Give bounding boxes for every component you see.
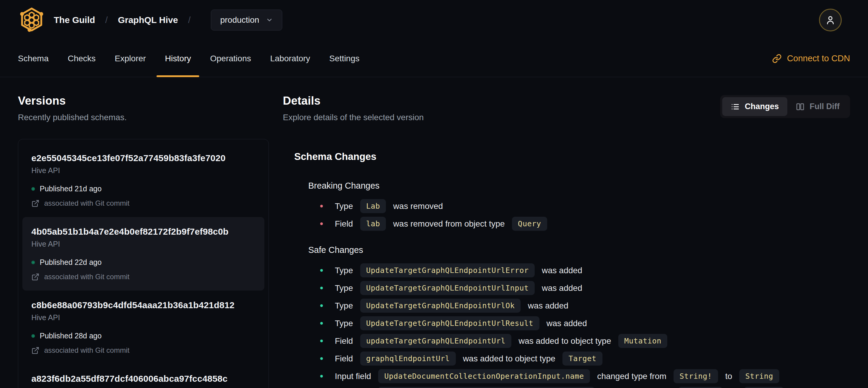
version-hash: e2e55045345ce13fe07f52a77459b83fa3fe7020: [31, 153, 255, 163]
breadcrumb-org[interactable]: The Guild: [54, 15, 95, 25]
nav-tab-settings[interactable]: Settings: [319, 40, 369, 77]
nav-tab-checks[interactable]: Checks: [58, 40, 105, 77]
code-chip: Mutation: [618, 334, 667, 348]
breaking-changes-group: Breaking Changes TypeLabwas removed Fiel…: [308, 181, 850, 231]
nav-tab-label: History: [165, 54, 191, 63]
change-text: Type: [333, 283, 355, 293]
breadcrumb-project[interactable]: GraphQL Hive: [118, 15, 178, 25]
change-text: was added: [539, 283, 585, 293]
version-status: Published 22d ago: [31, 258, 255, 267]
version-list-item[interactable]: c8b6e88a06793b9c4dfd54aaa21b36a1b421d812…: [22, 291, 265, 364]
full-diff-view-label: Full Diff: [810, 102, 840, 111]
hive-logo-icon[interactable]: [18, 6, 45, 34]
breadcrumb-separator: /: [105, 15, 107, 25]
change-text: Type: [333, 266, 355, 275]
code-chip: UpdateTargetGraphQLEndpointUrlError: [360, 263, 535, 277]
version-hash: 4b05ab51b1b4a7e2e4b0ef82172f2b9f7ef98c0b: [31, 227, 255, 237]
change-bullet: [320, 375, 323, 378]
code-chip: String: [744, 387, 784, 388]
top-bar: The Guild / GraphQL Hive / production Sc…: [0, 0, 868, 77]
breaking-changes-heading: Breaking Changes: [308, 181, 850, 191]
safe-changes-heading: Safe Changes: [308, 245, 850, 255]
nav-tab-label: Checks: [68, 54, 96, 63]
code-chip: UpdateTargetGraphQLEndpointUrlOk: [360, 299, 521, 313]
change-bullet: [320, 322, 323, 325]
link-icon: [772, 54, 782, 63]
nav-tab-operations[interactable]: Operations: [200, 40, 260, 77]
nav-tab-schema[interactable]: Schema: [8, 40, 58, 77]
external-link-icon: [31, 347, 39, 355]
external-link-icon: [31, 199, 39, 207]
details-panel: Details Explore details of the selected …: [283, 94, 850, 388]
change-bullet: [320, 269, 323, 272]
version-list-item[interactable]: 4b05ab51b1b4a7e2e4b0ef82172f2b9f7ef98c0b…: [22, 217, 265, 291]
details-subtitle: Explore details of the selected version: [283, 113, 424, 122]
schema-change-row: TypeUpdateTargetGraphQLEndpointUrlResult…: [308, 316, 850, 330]
git-commit-label: associated with Git commit: [44, 199, 129, 207]
changes-view-label: Changes: [745, 102, 779, 111]
schema-change-row: Input fieldUpdateDocumentCollectionOpera…: [308, 369, 850, 383]
change-text: was added to object type: [461, 354, 558, 363]
code-chip: lab: [360, 217, 386, 231]
published-status-text: Published 21d ago: [40, 184, 101, 193]
change-text: was removed from object type: [391, 219, 507, 229]
schema-change-row: TypeUpdateTargetGraphQLEndpointUrlOkwas …: [308, 299, 850, 313]
code-chip: graphqlEndpointUrl: [360, 352, 456, 365]
nav-tab-history[interactable]: History: [155, 40, 200, 77]
target-selector-value: production: [220, 15, 259, 25]
safe-changes-group: Safe Changes TypeUpdateTargetGraphQLEndp…: [308, 245, 850, 388]
change-text: was added: [525, 301, 570, 310]
change-bullet: [320, 304, 323, 307]
versions-panel: Versions Recently published schemas. e2e…: [18, 94, 269, 388]
code-chip: String: [739, 369, 779, 383]
git-commit-label: associated with Git commit: [44, 346, 129, 355]
nav-tab-label: Schema: [18, 54, 49, 63]
change-text: to: [723, 371, 735, 381]
code-chip: String!: [678, 387, 723, 388]
change-bullet: [320, 357, 323, 360]
change-text: changed type from: [595, 371, 669, 381]
change-bullet: [320, 287, 323, 289]
git-commit-link[interactable]: associated with Git commit: [31, 273, 255, 281]
split-columns-icon: [796, 102, 805, 111]
version-status: Published 21d ago: [31, 184, 255, 193]
user-menu-button[interactable]: [819, 9, 842, 31]
version-list-item[interactable]: a823f6db2a55df877dcf406006abca97fcc4858c…: [22, 364, 265, 388]
code-chip: String!: [674, 369, 718, 383]
change-text: Field: [333, 336, 355, 346]
change-bullet: [320, 205, 323, 207]
git-commit-label: associated with Git commit: [44, 273, 129, 281]
nav-tab-laboratory[interactable]: Laboratory: [260, 40, 319, 77]
schema-change-row: TypeUpdateTargetGraphQLEndpointUrlErrorw…: [308, 263, 850, 277]
change-text: Type: [333, 202, 355, 211]
main-content: Versions Recently published schemas. e2e…: [0, 77, 868, 388]
code-chip: Query: [512, 217, 547, 231]
target-selector-dropdown[interactable]: production: [211, 9, 282, 30]
connect-to-cdn-button[interactable]: Connect to CDN: [772, 40, 850, 77]
versions-title: Versions: [18, 94, 269, 107]
version-service-name: Hive API: [31, 387, 255, 388]
git-commit-link[interactable]: associated with Git commit: [31, 346, 255, 355]
change-text: Field: [333, 354, 355, 363]
view-toggle: Changes Full Diff: [720, 95, 850, 118]
version-service-name: Hive API: [31, 240, 255, 248]
breadcrumb-separator: /: [188, 15, 191, 25]
change-bullet: [320, 222, 323, 225]
nav-tab-explorer[interactable]: Explorer: [105, 40, 155, 77]
version-list-item[interactable]: e2e55045345ce13fe07f52a77459b83fa3fe7020…: [22, 144, 265, 217]
changes-view-button[interactable]: Changes: [722, 97, 787, 116]
active-tab-underline: [156, 75, 199, 77]
full-diff-view-button[interactable]: Full Diff: [787, 97, 848, 116]
published-status-dot: [31, 334, 35, 338]
details-title: Details: [283, 94, 424, 107]
connect-to-cdn-label: Connect to CDN: [787, 54, 850, 63]
code-chip: updateTargetGraphQLEndpointUrl: [360, 334, 512, 348]
nav-tab-label: Laboratory: [270, 54, 310, 63]
git-commit-link[interactable]: associated with Git commit: [31, 199, 255, 207]
tab-bar: Schema Checks Explorer History Operation…: [0, 40, 868, 77]
change-text: Input field: [333, 371, 373, 381]
schema-change-row: FieldgraphqlEndpointUrlwas added to obje…: [308, 352, 850, 365]
schema-change-row: TypeLabwas removed: [308, 199, 850, 213]
schema-change-row: Input fieldUpdateDocumentCollectionOpera…: [308, 387, 850, 388]
published-status-text: Published 22d ago: [40, 258, 101, 267]
